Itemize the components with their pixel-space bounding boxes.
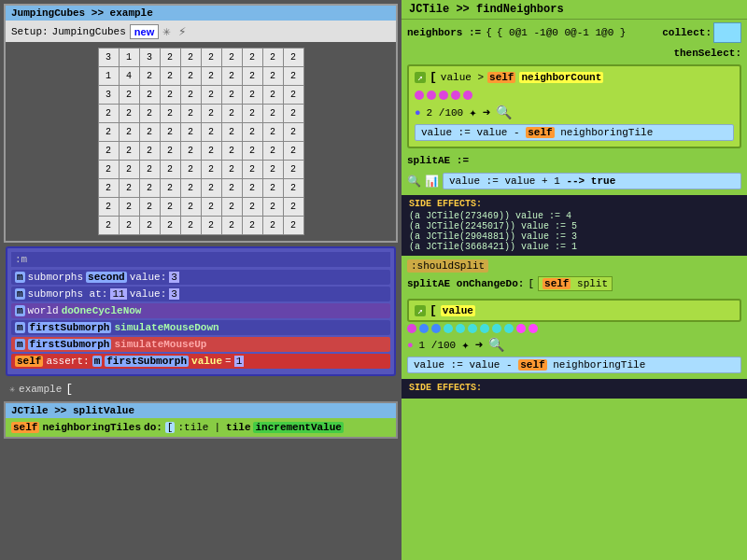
search-icon-3[interactable]: 🔍 xyxy=(488,337,504,353)
arrow-icon-2[interactable]: ➜ xyxy=(475,337,483,353)
setup-bar: Setup: JumpingCubes new ✳ ⚡ xyxy=(6,21,396,42)
neighbor-count-keyword: neighborCount xyxy=(519,72,603,83)
expand-icon[interactable]: ↗ xyxy=(415,72,426,83)
grid-cell: 2 xyxy=(262,49,283,67)
value-simple-box: ↗ [ value xyxy=(407,299,741,322)
self-split-kw: self split xyxy=(538,276,613,291)
grid-cell: 2 xyxy=(180,161,201,179)
grid-cell: 2 xyxy=(201,123,221,142)
grid-cell: 1 xyxy=(98,67,119,86)
code-line-4: m firstSubmorph simulateMouseDown xyxy=(11,320,390,335)
grid-cell: 2 xyxy=(119,123,139,142)
setup-icons: ✳ ⚡ xyxy=(162,23,186,39)
neighbors-label: neighbors := xyxy=(407,27,481,38)
grid-cell: 2 xyxy=(221,105,242,123)
grid-cell: 2 xyxy=(98,179,119,198)
grid-cell: 2 xyxy=(180,67,201,86)
grid-cell: 2 xyxy=(139,67,160,86)
grid-cell: 2 xyxy=(242,67,262,86)
neighbor-count-block: ↗ [ value > self neighborCount ● xyxy=(402,61,747,152)
grid-cell: 2 xyxy=(262,105,283,123)
code-header: :m xyxy=(11,252,390,267)
grid-cell: 3 xyxy=(139,49,160,67)
grid-cell: 2 xyxy=(160,86,180,105)
neighbors-row: neighbors := { { 0@1 -1@0 0@-1 1@0 } col… xyxy=(402,20,747,46)
grid-cell: 2 xyxy=(221,198,242,217)
grid-cell: 2 xyxy=(139,179,160,198)
grid-cell: 2 xyxy=(160,49,180,67)
on-change-label: splitAE onChangeDo: xyxy=(407,278,524,289)
example-row: ✳ example [ xyxy=(4,380,398,398)
setup-new-button[interactable]: new xyxy=(130,24,159,39)
grid-cell: 2 xyxy=(242,49,262,67)
grid-cell: 2 xyxy=(139,86,160,105)
right-title: JCTile >> findNeighbors xyxy=(409,3,564,16)
side-effects-title-2: SIDE EFFECTS: xyxy=(409,383,740,393)
green-box-header: ↗ [ value > self neighborCount xyxy=(415,70,734,84)
grid-cell: 2 xyxy=(221,67,242,86)
grid-cell: 2 xyxy=(139,105,160,123)
dots-row-1 xyxy=(415,88,734,103)
grid-cell: 2 xyxy=(262,161,283,179)
move-icon-2[interactable]: ✦ xyxy=(461,337,469,353)
grid-cell: 2 xyxy=(283,67,303,86)
grid-cell: 2 xyxy=(242,86,262,105)
grid-cell: 2 xyxy=(180,198,201,217)
grid-cell: 2 xyxy=(201,67,221,86)
grid-cell: 2 xyxy=(180,86,201,105)
move-icon[interactable]: ✦ xyxy=(469,105,476,120)
search-icon-1[interactable]: 🔍 xyxy=(496,105,512,120)
side-effect-line-3: (a JCTile(2904881)) value := 3 xyxy=(409,231,740,242)
second-green-block: ↗ [ value ● 1 /100 xyxy=(402,295,747,379)
should-split-badge: :shouldSplit xyxy=(407,259,488,273)
grid-cell: 2 xyxy=(221,179,242,198)
code-line-3: m world doOneCycleNow xyxy=(11,303,390,318)
search-icon-2[interactable]: 🔍 xyxy=(407,175,421,189)
grid-cell: 2 xyxy=(283,123,303,142)
then-select-bar: thenSelect: xyxy=(402,46,747,61)
grid-cell: 2 xyxy=(119,142,139,161)
grid-cell: 2 xyxy=(221,142,242,161)
grid-cell: 2 xyxy=(139,142,160,161)
arrow-icon[interactable]: ➜ xyxy=(483,105,490,120)
grid-cell: 2 xyxy=(242,123,262,142)
grid-cell: 4 xyxy=(119,67,139,86)
should-split-row: :shouldSplit xyxy=(402,258,747,274)
chart-icon[interactable]: 📊 xyxy=(425,175,439,189)
side-effects-1: SIDE EFFECTS: (a JCTile(273469)) value :… xyxy=(402,195,747,256)
grid-cell: 2 xyxy=(160,123,180,142)
grid-cell: 2 xyxy=(262,86,283,105)
right-titlebar: JCTile >> findNeighbors xyxy=(402,0,747,20)
cube-grid: 3132222222142222222232222222222222222222… xyxy=(98,48,304,235)
grid-cell: 2 xyxy=(201,105,221,123)
grid-cell: 2 xyxy=(242,142,262,161)
split-ae-row: splitAE := xyxy=(402,152,747,169)
on-change-row: splitAE onChangeDo: [ self split xyxy=(402,274,747,293)
grid-cell: 2 xyxy=(180,123,201,142)
expand-icon-2[interactable]: ↗ xyxy=(415,305,426,316)
grid-cell: 2 xyxy=(98,105,119,123)
grid-cell: 2 xyxy=(160,198,180,217)
grid-cell: 2 xyxy=(180,179,201,198)
grid-cell: 2 xyxy=(201,49,221,67)
expr-3: value := value - self neighboringTile xyxy=(407,357,741,373)
grid-cell: 2 xyxy=(283,198,303,217)
grid-cell: 2 xyxy=(283,86,303,105)
jumping-cubes-titlebar: JumpingCubes >> example xyxy=(6,6,396,21)
grid-cell: 2 xyxy=(242,105,262,123)
grid-cell: 2 xyxy=(98,161,119,179)
split-value-title: JCTile >> splitValue xyxy=(11,405,134,416)
grid-cell: 1 xyxy=(119,49,139,67)
grid-cell: 2 xyxy=(221,217,242,235)
grid-cell: 2 xyxy=(139,123,160,142)
code-line-5: m firstSubmorph simulateMouseUp xyxy=(11,337,390,352)
grid-cell: 2 xyxy=(160,161,180,179)
grid-cell: 2 xyxy=(201,86,221,105)
grid-cell: 2 xyxy=(160,217,180,235)
grid-cell: 2 xyxy=(262,179,283,198)
grid-cell: 2 xyxy=(98,123,119,142)
grid-cell: 2 xyxy=(160,105,180,123)
grid-cell: 2 xyxy=(119,86,139,105)
grid-cell: 2 xyxy=(283,217,303,235)
grid-cell: 2 xyxy=(221,49,242,67)
